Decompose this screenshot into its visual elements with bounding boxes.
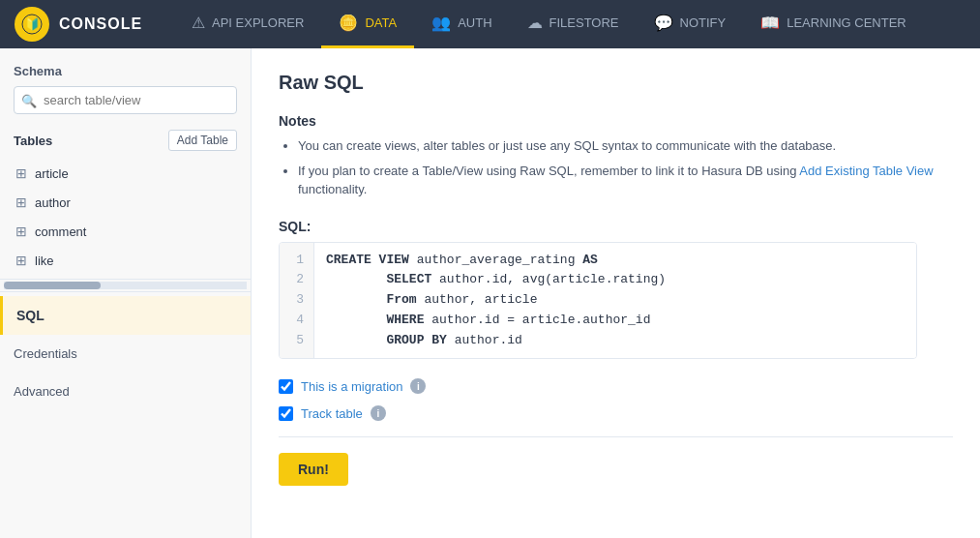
- table-item-comment[interactable]: ⊞ comment: [8, 217, 243, 246]
- app-title: CONSOLE: [59, 15, 142, 33]
- line-num-3: 3: [289, 290, 304, 311]
- notes-section: Notes You can create views, alter tables…: [279, 113, 953, 199]
- track-table-row: Track table i: [279, 405, 953, 421]
- sql-code[interactable]: CREATE VIEW author_average_rating AS SEL…: [314, 243, 916, 359]
- line-num-1: 1: [289, 251, 304, 271]
- track-table-label[interactable]: Track table: [301, 406, 363, 421]
- sidebar-item-sql[interactable]: SQL: [0, 296, 251, 335]
- logo-icon: 🔰: [15, 7, 49, 42]
- sql-editor: 1 2 3 4 5 CREATE VIEW author_average_rat…: [279, 242, 917, 360]
- note-2: If you plan to create a Table/View using…: [298, 162, 953, 199]
- main-content: Raw SQL Notes You can create views, alte…: [252, 48, 980, 538]
- table-icon-comment: ⊞: [15, 224, 27, 239]
- nav-notify[interactable]: 💬 NOTIFY: [637, 0, 744, 48]
- nav-learning-center[interactable]: 📖 LEARNING CENTER: [743, 0, 924, 48]
- main-layout: Schema 🔍 Tables Add Table ⊞ article ⊞ au…: [0, 48, 980, 538]
- top-nav: 🔰 CONSOLE ⚠ API EXPLORER 🪙 DATA 👥 AUTH ☁…: [0, 0, 980, 48]
- migration-info-icon[interactable]: i: [410, 378, 426, 394]
- sidebar-horizontal-scroll[interactable]: [0, 279, 251, 292]
- search-icon: 🔍: [21, 93, 37, 107]
- table-icon-article: ⊞: [15, 165, 27, 181]
- sidebar-item-credentials[interactable]: Credentials: [0, 335, 251, 373]
- add-table-button[interactable]: Add Table: [168, 130, 237, 151]
- table-icon-like: ⊞: [15, 253, 27, 268]
- add-existing-table-link[interactable]: Add Existing Table View: [799, 164, 933, 178]
- api-explorer-icon: ⚠: [192, 14, 205, 32]
- nav-api-explorer[interactable]: ⚠ API EXPLORER: [174, 0, 321, 48]
- page-title: Raw SQL: [279, 72, 953, 94]
- sidebar: Schema 🔍 Tables Add Table ⊞ article ⊞ au…: [0, 48, 252, 538]
- notify-icon: 💬: [654, 14, 673, 32]
- table-item-author[interactable]: ⊞ author: [8, 188, 243, 217]
- run-button[interactable]: Run!: [279, 453, 348, 486]
- line-num-4: 4: [289, 311, 304, 331]
- sql-line-4: WHERE author.id = article.author_id: [326, 311, 905, 331]
- sql-label: SQL:: [279, 219, 953, 234]
- logo: 🔰 CONSOLE: [0, 7, 174, 42]
- nav-auth[interactable]: 👥 AUTH: [414, 0, 509, 48]
- nav-data[interactable]: 🪙 DATA: [321, 0, 414, 48]
- sidebar-item-advanced[interactable]: Advanced: [0, 373, 251, 410]
- tables-header: Tables Add Table: [0, 124, 251, 159]
- notes-title: Notes: [279, 113, 953, 129]
- notes-list: You can create views, alter tables or ju…: [279, 136, 953, 199]
- schema-label: Schema: [0, 48, 251, 86]
- nav-items: ⚠ API EXPLORER 🪙 DATA 👥 AUTH ☁ FILESTORE…: [174, 0, 924, 48]
- sql-line-2: SELECT author.id, avg(article.rating): [326, 270, 905, 290]
- table-item-article[interactable]: ⊞ article: [8, 159, 243, 188]
- sql-line-5: GROUP BY author.id: [326, 331, 905, 351]
- migration-label[interactable]: This is a migration: [301, 379, 402, 394]
- scrollbar-thumb: [4, 282, 101, 289]
- migration-checkbox[interactable]: [279, 379, 293, 394]
- learning-center-icon: 📖: [760, 14, 780, 32]
- table-item-like[interactable]: ⊞ like: [8, 246, 243, 275]
- scrollbar-track: [4, 282, 247, 289]
- table-icon-author: ⊞: [15, 194, 27, 210]
- sql-line-1: CREATE VIEW author_average_rating AS: [326, 251, 905, 271]
- line-num-2: 2: [289, 270, 304, 290]
- note-1: You can create views, alter tables or ju…: [298, 136, 953, 156]
- migration-row: This is a migration i: [279, 378, 953, 394]
- track-table-info-icon[interactable]: i: [371, 405, 386, 421]
- filestore-icon: ☁: [527, 14, 543, 32]
- search-input[interactable]: [14, 86, 237, 114]
- divider: [279, 436, 953, 437]
- track-table-checkbox[interactable]: [279, 406, 293, 421]
- auth-icon: 👥: [431, 14, 451, 32]
- sql-line-3: From author, article: [326, 290, 905, 311]
- nav-filestore[interactable]: ☁ FILESTORE: [510, 0, 637, 48]
- data-icon: 🪙: [339, 14, 358, 32]
- sql-section: SQL: 1 2 3 4 5 CREATE VIEW author_averag…: [279, 219, 953, 360]
- line-num-5: 5: [289, 331, 304, 351]
- tables-label: Tables: [14, 134, 52, 148]
- svg-text:🔰: 🔰: [25, 16, 40, 31]
- search-box: 🔍: [14, 86, 237, 114]
- line-numbers: 1 2 3 4 5: [280, 243, 314, 359]
- table-list: ⊞ article ⊞ author ⊞ comment ⊞ like: [0, 159, 251, 275]
